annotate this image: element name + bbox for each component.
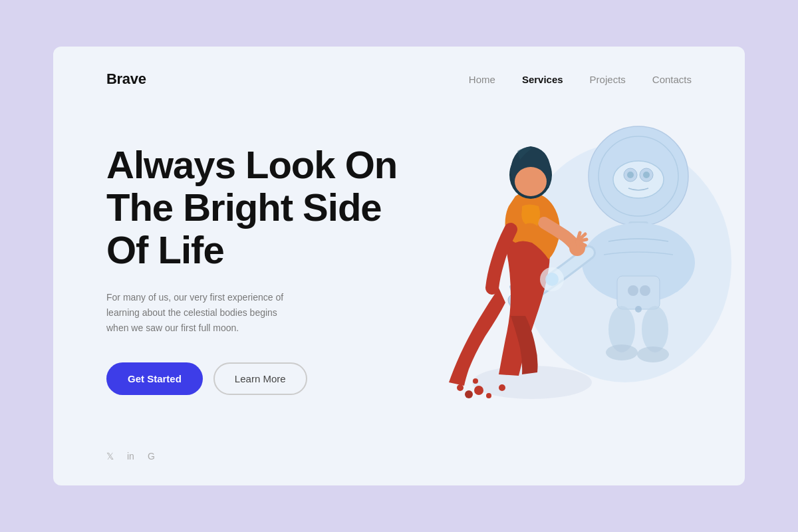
- learn-more-button[interactable]: Learn More: [213, 362, 307, 395]
- footer: 𝕏 in G: [53, 451, 745, 485]
- svg-point-16: [628, 285, 638, 296]
- svg-point-28: [473, 378, 478, 384]
- svg-point-3: [613, 161, 664, 198]
- logo: Brave: [106, 70, 146, 88]
- page-container: Brave Home Services Projects Contacts Al…: [53, 47, 745, 485]
- linkedin-icon[interactable]: in: [127, 451, 134, 462]
- svg-point-20: [606, 344, 638, 360]
- svg-point-39: [545, 273, 559, 286]
- twitter-icon[interactable]: 𝕏: [106, 451, 114, 462]
- svg-point-17: [640, 285, 650, 296]
- hero-description: For many of us, our very first experienc…: [106, 290, 293, 336]
- svg-point-26: [486, 393, 491, 398]
- svg-point-7: [643, 172, 650, 178]
- hero-headline: Always Look On The Bright Side Of Life: [106, 144, 412, 271]
- svg-point-19: [642, 306, 668, 352]
- google-icon[interactable]: G: [148, 451, 155, 462]
- svg-point-6: [627, 172, 634, 178]
- svg-point-21: [637, 346, 669, 362]
- svg-point-22: [635, 306, 642, 313]
- svg-point-24: [474, 386, 483, 395]
- hero-text: Always Look On The Bright Side Of Life F…: [106, 144, 412, 395]
- svg-rect-15: [617, 276, 660, 309]
- svg-point-29: [499, 384, 505, 391]
- svg-line-37: [577, 241, 579, 251]
- svg-point-25: [457, 384, 464, 391]
- svg-point-31: [515, 167, 547, 196]
- main-content: Always Look On The Bright Side Of Life F…: [53, 88, 745, 451]
- get-started-button[interactable]: Get Started: [106, 362, 203, 395]
- cta-group: Get Started Learn More: [106, 362, 412, 395]
- svg-point-27: [465, 390, 473, 398]
